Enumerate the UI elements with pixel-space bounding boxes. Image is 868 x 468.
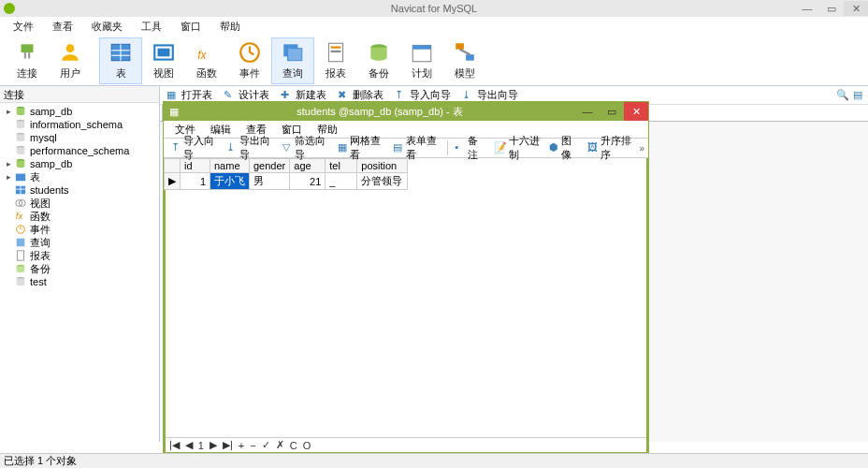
- ribbon-fx[interactable]: fx函数: [185, 37, 228, 84]
- data-grid[interactable]: id name gender age tel position ▶ 1 于小飞 …: [164, 158, 408, 190]
- expand-icon[interactable]: ▸: [4, 170, 14, 183]
- tree-mysql[interactable]: mysql: [0, 131, 159, 144]
- nav-8[interactable]: ✗: [276, 439, 284, 451]
- calendar-icon: [410, 40, 434, 65]
- nav-0[interactable]: |◀: [169, 439, 180, 451]
- search-icon[interactable]: 🔍: [836, 89, 849, 101]
- dbgrey-icon: [14, 119, 27, 130]
- grid-row-1[interactable]: ▶ 1 于小飞 男 21 _ 分管领导: [165, 173, 408, 190]
- ctool-6[interactable]: 📝十六进制: [490, 133, 543, 163]
- toolbar-overflow[interactable]: »: [639, 143, 648, 154]
- ribbon-clock[interactable]: 事件: [228, 37, 271, 84]
- subtb-icon: ▦: [166, 89, 180, 102]
- dbgreen-icon: [14, 158, 27, 169]
- cell-age[interactable]: 21: [290, 173, 326, 190]
- tree-视图[interactable]: 视图: [0, 197, 159, 210]
- expand-icon[interactable]: ▸: [4, 105, 14, 118]
- restore-button[interactable]: ▭: [819, 1, 844, 16]
- nav-5[interactable]: +: [239, 440, 244, 451]
- ribbon-user[interactable]: 用户: [49, 37, 92, 84]
- ctool-1[interactable]: ⤓导出向导: [223, 133, 276, 163]
- child-footer-nav: |◀◀1▶▶|+−✓✗CO: [166, 437, 646, 452]
- svg-rect-2: [28, 52, 30, 59]
- menu-窗口[interactable]: 窗口: [171, 18, 210, 36]
- subtb-4[interactable]: ⤒导入向导: [392, 88, 454, 102]
- cell-tel[interactable]: _: [326, 173, 357, 190]
- ribbon-model[interactable]: 模型: [443, 37, 486, 84]
- ctool-2[interactable]: ▽筛选向导: [279, 133, 332, 163]
- menu-收藏夹[interactable]: 收藏夹: [82, 18, 132, 36]
- tree-test[interactable]: test: [0, 275, 159, 288]
- list-icon[interactable]: ▤: [853, 89, 862, 101]
- dbgrey-icon: [14, 132, 27, 143]
- plug-icon: [15, 40, 39, 65]
- svg-rect-22: [456, 43, 464, 50]
- status-bar: 已选择 1 个对象: [0, 453, 868, 468]
- tree-报表[interactable]: 报表: [0, 249, 159, 262]
- col-gender[interactable]: gender: [250, 159, 290, 173]
- expand-icon[interactable]: ▸: [4, 157, 14, 170]
- nav-6[interactable]: −: [250, 440, 255, 451]
- ctool-8[interactable]: 🖼升序排序: [584, 133, 637, 163]
- nav-4[interactable]: ▶|: [223, 439, 233, 451]
- ctool-3[interactable]: ▦网格查看: [334, 133, 387, 163]
- tree-查询[interactable]: 查询: [0, 236, 159, 249]
- ctool-0[interactable]: ⤒导入向导: [167, 133, 221, 163]
- nav-1[interactable]: ◀: [185, 439, 193, 451]
- close-button[interactable]: ✕: [844, 1, 868, 16]
- backup-icon: [367, 40, 391, 65]
- ctool-4[interactable]: ▤表单查看: [389, 133, 442, 163]
- ctool-7[interactable]: ⬢图像: [545, 133, 582, 163]
- cell-name[interactable]: 于小飞: [210, 173, 250, 190]
- cell-position[interactable]: 分管领导: [357, 173, 408, 190]
- nav-9[interactable]: C: [290, 440, 297, 451]
- subtb-3[interactable]: ✖删除表: [335, 88, 386, 102]
- ctool-icon: ⤒: [171, 141, 181, 154]
- child-title-bar[interactable]: ▦ students @samp_db (samp_db) - 表 — ▭ ✕: [164, 102, 648, 121]
- tree-students[interactable]: students: [0, 183, 159, 197]
- tree-samp_db[interactable]: ▸samp_db: [0, 157, 159, 170]
- child-maximize-button[interactable]: ▭: [600, 102, 624, 121]
- tree-函数[interactable]: fx函数: [0, 210, 159, 223]
- subtb-icon: ✖: [338, 89, 351, 102]
- nav-10[interactable]: O: [303, 440, 311, 451]
- svg-text:fx: fx: [197, 49, 207, 62]
- tree-samp_db[interactable]: ▸samp_db: [0, 105, 159, 118]
- subtb-1[interactable]: ✎设计表: [221, 88, 272, 102]
- model-icon: [453, 40, 477, 65]
- child-minimize-button[interactable]: —: [575, 102, 600, 121]
- dbgrey-icon: [14, 145, 27, 156]
- subtb-0[interactable]: ▦打开表: [164, 88, 215, 102]
- tree-备份[interactable]: 备份: [0, 262, 159, 275]
- ribbon-calendar[interactable]: 计划: [400, 37, 443, 84]
- ribbon-report[interactable]: 报表: [314, 37, 357, 84]
- cell-id[interactable]: 1: [181, 173, 210, 190]
- table-icon: [108, 40, 133, 65]
- main-title-bar: Navicat for MySQL — ▭ ✕: [0, 0, 868, 17]
- eventf-icon: [14, 224, 27, 235]
- ribbon-backup[interactable]: 备份: [357, 37, 400, 84]
- ctool-5[interactable]: ▪备注: [451, 133, 487, 163]
- tree-information_schema[interactable]: information_schema: [0, 118, 159, 131]
- minimize-button[interactable]: —: [795, 1, 819, 16]
- tree-事件[interactable]: 事件: [0, 223, 159, 236]
- child-close-button[interactable]: ✕: [624, 102, 648, 121]
- ribbon-view[interactable]: 视图: [142, 37, 185, 84]
- menu-文件[interactable]: 文件: [4, 18, 43, 36]
- menu-帮助[interactable]: 帮助: [210, 18, 250, 36]
- tree-performance_schema[interactable]: performance_schema: [0, 144, 159, 157]
- subtb-2[interactable]: ✚新建表: [278, 88, 329, 102]
- nav-7[interactable]: ✓: [262, 439, 270, 451]
- tree-表[interactable]: ▸表: [0, 170, 159, 183]
- svg-rect-9: [158, 49, 170, 57]
- ribbon-toolbar: 连接用户表视图fx函数事件查询报表备份计划模型: [0, 36, 868, 86]
- menu-查看[interactable]: 查看: [43, 18, 82, 36]
- ribbon-table[interactable]: 表: [99, 37, 142, 84]
- menu-工具[interactable]: 工具: [132, 18, 171, 36]
- nav-3[interactable]: ▶: [210, 439, 217, 451]
- ribbon-plug[interactable]: 连接: [6, 37, 49, 84]
- subtb-5[interactable]: ⤓导出向导: [459, 88, 521, 102]
- ribbon-query[interactable]: 查询: [271, 37, 314, 84]
- nav-2[interactable]: 1: [198, 440, 204, 451]
- cell-gender[interactable]: 男: [250, 173, 290, 190]
